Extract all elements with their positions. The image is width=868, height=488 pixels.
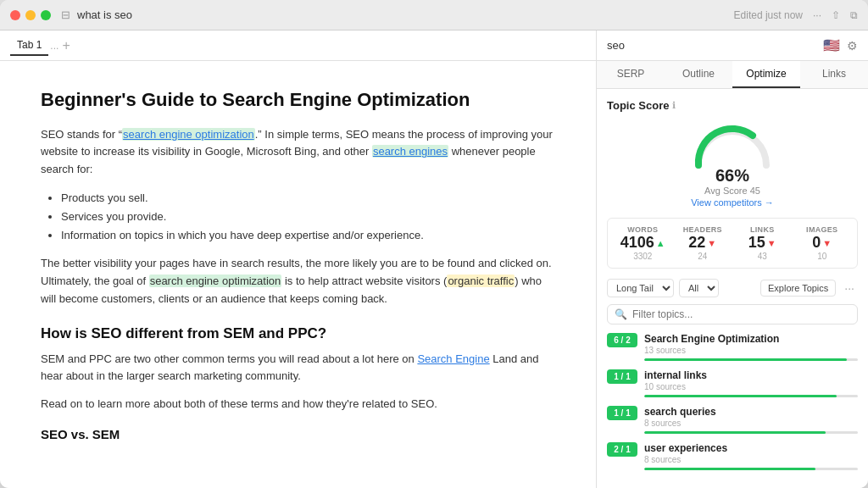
optimize-content: Topic Score ℹ 66% Avg Score 45 View comp…: [597, 89, 868, 488]
search-engines-link[interactable]: search engines: [372, 145, 448, 158]
topic-score-section: Topic Score ℹ: [607, 99, 858, 112]
info-icon[interactable]: ℹ: [672, 100, 676, 111]
stat-images: IMAGES 0 ▼ 10: [794, 225, 851, 261]
avg-score: Avg Score 45: [704, 186, 760, 196]
minimize-button[interactable]: [25, 10, 36, 20]
topic-badge: 2 / 1: [607, 442, 637, 457]
tab-more-icon[interactable]: ...: [50, 40, 58, 52]
document-tabs: Tab 1 ... +: [0, 30, 596, 61]
topic-sources: 10 sources: [644, 382, 858, 391]
search-engine-land-link[interactable]: Search Engine: [417, 352, 489, 365]
topic-name: Search Engine Optimization: [644, 333, 858, 345]
list-item: Products you sell.: [61, 189, 555, 208]
explore-topics-button[interactable]: Explore Topics: [760, 280, 836, 297]
seo-link-1[interactable]: search engine optimization: [122, 128, 255, 141]
add-tab-button[interactable]: +: [62, 39, 70, 53]
topic-progress-bar: [644, 358, 858, 361]
topic-badge: 6 / 2: [607, 333, 637, 347]
topic-progress-bar: [644, 431, 858, 434]
topic-sources: 13 sources: [644, 346, 858, 355]
links-arrow-icon: ▼: [767, 238, 776, 248]
topic-item-search-queries: 1 / 1 search queries 8 sources: [607, 406, 858, 434]
sidebar-toggle-icon[interactable]: ⊟: [61, 8, 70, 21]
gauge-container: 66% Avg Score 45 View competitors →: [607, 119, 858, 208]
seo-panel: 🇺🇸 ⚙ SERP Outline Optimize Links Topic S…: [597, 30, 868, 488]
search-icon: 🔍: [615, 308, 627, 320]
doc-list-1: Products you sell. Services you provide.…: [61, 189, 555, 245]
images-arrow-icon: ▼: [822, 238, 832, 248]
filter-row: Long Tail All Explore Topics ···: [607, 279, 858, 297]
settings-icon[interactable]: ⚙: [847, 39, 858, 53]
tab-optimize[interactable]: Optimize: [732, 61, 800, 88]
flag-icon: 🇺🇸: [823, 37, 840, 53]
topic-item-internal-links: 1 / 1 internal links 10 sources: [607, 369, 858, 397]
gauge-chart: [690, 119, 775, 169]
headers-arrow-icon: ▼: [707, 238, 716, 248]
topic-name: search queries: [644, 406, 858, 418]
topic-name: user experiences: [644, 442, 858, 454]
tab-outline[interactable]: Outline: [665, 61, 732, 88]
doc-paragraph-3: SEM and PPC are two other common terms y…: [41, 351, 555, 386]
layout-icon[interactable]: ⧉: [850, 9, 858, 21]
stat-headers: HEADERS 22 ▼ 24: [675, 225, 732, 261]
topic-progress-bar: [644, 395, 858, 397]
doc-paragraph-2: The better visibility your pages have in…: [41, 255, 555, 308]
topic-score-label: Topic Score: [607, 99, 669, 112]
tab-links[interactable]: Links: [800, 61, 868, 88]
topic-bar-fill: [644, 431, 826, 434]
document-panel: Tab 1 ... + Beginner's Guide to Search E…: [0, 30, 597, 488]
list-item: Information on topics in which you have …: [61, 226, 555, 245]
topic-badge: 1 / 1: [607, 406, 637, 420]
topic-sources: 8 sources: [644, 419, 858, 428]
words-arrow-icon: ▲: [656, 238, 665, 248]
topic-name: internal links: [644, 369, 858, 381]
doc-heading-3: SEO vs. SEM: [41, 427, 555, 441]
topic-badge: 1 / 1: [607, 369, 637, 384]
topic-bar-fill: [644, 358, 847, 361]
maximize-button[interactable]: [41, 10, 51, 20]
stat-words: WORDS 4106 ▲ 3302: [615, 225, 671, 261]
gauge-percent: 66%: [715, 166, 749, 186]
filter-topics-input[interactable]: [632, 308, 850, 320]
doc-paragraph-4: Read on to learn more about both of thes…: [41, 396, 555, 413]
type-filter[interactable]: Long Tail: [607, 279, 674, 297]
stats-grid: WORDS 4106 ▲ 3302 HEADERS 22 ▼ 24 LINKS …: [607, 218, 858, 269]
window-controls: [10, 10, 51, 20]
close-button[interactable]: [10, 10, 20, 20]
share-icon[interactable]: ⇧: [832, 9, 840, 21]
topic-bar-fill: [644, 468, 815, 470]
topic-bar-fill: [644, 395, 837, 397]
topic-progress-bar: [644, 468, 858, 470]
seo-header: 🇺🇸 ⚙: [597, 30, 868, 61]
organic-traffic-highlight: organic traffic: [447, 274, 515, 287]
topic-item-user-experiences: 2 / 1 user experiences 8 sources: [607, 442, 858, 470]
topic-sources: 8 sources: [644, 455, 858, 464]
title-bar: ⊟ what is seo Edited just now ··· ⇧ ⧉: [0, 0, 868, 30]
document-content: Beginner's Guide to Search Engine Optimi…: [0, 61, 596, 488]
tab-serp[interactable]: SERP: [597, 61, 665, 88]
status-filter[interactable]: All: [679, 279, 719, 297]
right-tab-bar: SERP Outline Optimize Links: [597, 61, 868, 89]
document-title: what is seo: [77, 8, 734, 21]
edited-status: Edited just now: [734, 9, 803, 21]
seo-highlight-2: search engine optimization: [149, 274, 282, 287]
view-competitors-link[interactable]: View competitors →: [691, 197, 774, 208]
topic-search-bar: 🔍: [607, 304, 858, 324]
title-bar-actions: Edited just now ··· ⇧ ⧉: [734, 9, 858, 21]
more-options-icon[interactable]: ···: [813, 9, 821, 21]
topic-item-seo: 6 / 2 Search Engine Optimization 13 sour…: [607, 333, 858, 361]
stat-links: LINKS 15 ▼ 43: [734, 225, 791, 261]
doc-heading-2: How is SEO different from SEM and PPC?: [41, 325, 555, 342]
more-options-button[interactable]: ···: [841, 280, 858, 297]
doc-paragraph-1: SEO stands for “search engine optimizati…: [41, 126, 555, 179]
seo-search-input[interactable]: [607, 39, 816, 52]
list-item: Services you provide.: [61, 208, 555, 226]
tab-1[interactable]: Tab 1: [10, 36, 48, 56]
doc-heading-1: Beginner's Guide to Search Engine Optimi…: [41, 88, 555, 113]
